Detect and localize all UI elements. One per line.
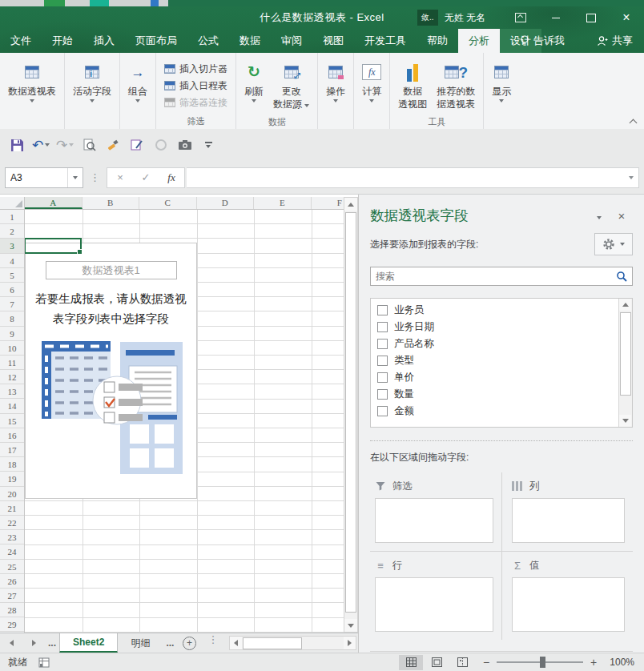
row-header[interactable]: 18 [0, 457, 24, 472]
field-item[interactable]: 数量 [371, 386, 618, 403]
cells-area[interactable]: 数据透视表1 若要生成报表，请从数据透视 表字段列表中选择字段 [25, 210, 344, 633]
row-header[interactable]: 14 [0, 399, 24, 413]
field-checkbox[interactable] [377, 356, 388, 366]
row-header[interactable]: 29 [0, 617, 24, 632]
row-header[interactable]: 2 [0, 224, 24, 239]
row-header[interactable]: 6 [0, 283, 24, 297]
ribbon-tab[interactable]: 开始 [42, 29, 83, 53]
minimize-button[interactable] [538, 6, 574, 29]
account-badge[interactable]: 敛.. [417, 10, 438, 26]
field-checkbox[interactable] [377, 372, 388, 383]
field-checkbox[interactable] [377, 322, 388, 332]
share-button[interactable]: 共享 [597, 34, 633, 48]
format-painter-button[interactable] [103, 135, 123, 155]
name-box-input[interactable] [6, 172, 67, 183]
row-header[interactable]: 9 [0, 327, 24, 341]
pane-options-button[interactable] [588, 208, 610, 223]
row-header[interactable]: 13 [0, 384, 24, 399]
row-header[interactable]: 7 [0, 297, 24, 311]
change-data-source-button[interactable]: ⤢ 更改 数据源 [268, 56, 314, 116]
insert-slicer-button[interactable]: 插入切片器 [164, 62, 227, 77]
page-layout-view-button[interactable] [425, 655, 449, 670]
filters-area[interactable]: 筛选 [370, 472, 501, 551]
undo-button[interactable]: ↶ [30, 135, 51, 155]
user-name[interactable]: 无姓 无名 [445, 11, 485, 25]
ribbon-tab[interactable]: 公式 [187, 29, 229, 53]
rows-drop-zone[interactable] [375, 577, 493, 632]
ribbon-display-options-button[interactable] [503, 6, 538, 29]
prev-sheet-button[interactable] [0, 633, 22, 653]
calculations-button[interactable]: fx 计算 [357, 56, 386, 116]
row-header[interactable]: 27 [0, 589, 24, 603]
sheet-ellipsis[interactable]: ... [45, 633, 59, 653]
column-header[interactable]: F [312, 197, 344, 209]
sheet-tab-mingxi[interactable]: 明细 [118, 633, 163, 653]
row-header[interactable]: 22 [0, 516, 24, 530]
values-area[interactable]: Σ 值 [501, 551, 633, 640]
row-header[interactable]: 1 [0, 210, 24, 224]
row-header[interactable]: 12 [0, 370, 24, 384]
fill-handle[interactable] [77, 249, 83, 255]
row-header[interactable]: 21 [0, 501, 24, 516]
values-drop-zone[interactable] [512, 577, 625, 632]
field-checkbox[interactable] [377, 406, 388, 416]
insert-function-button[interactable]: fx [159, 171, 184, 184]
ribbon-tab[interactable]: 审阅 [271, 29, 312, 53]
refresh-button[interactable]: ↻ 刷新 [239, 56, 268, 116]
pane-close-button[interactable]: × [610, 209, 633, 223]
row-header[interactable]: 23 [0, 530, 24, 544]
field-item[interactable]: 金额 [371, 403, 618, 420]
field-item[interactable]: 业务员 [371, 302, 618, 319]
pivottable-options-button[interactable]: 数据透视表 [3, 56, 61, 116]
ribbon-tab[interactable]: 数据 [229, 29, 271, 53]
normal-view-button[interactable] [399, 655, 423, 670]
circle-tool-button[interactable] [151, 135, 171, 155]
vertical-scroll-thumb[interactable] [345, 212, 356, 613]
scroll-up-button[interactable] [619, 299, 631, 311]
insert-timeline-button[interactable]: 插入日程表 [164, 78, 227, 94]
ribbon-tab[interactable]: 分析 [458, 29, 500, 53]
column-header[interactable]: A [25, 197, 83, 209]
pivotchart-button[interactable]: 数据 透视图 [393, 56, 432, 116]
expand-formula-bar-button[interactable] [629, 176, 634, 179]
page-break-view-button[interactable] [450, 655, 474, 670]
recommended-pivottables-button[interactable]: ? 推荐的数 据透视表 [432, 56, 480, 116]
save-button[interactable] [6, 135, 27, 155]
formula-input[interactable] [187, 167, 639, 188]
zoom-slider-thumb[interactable] [540, 657, 545, 668]
select-all-corner[interactable] [0, 197, 25, 210]
field-list-scrollbar[interactable] [618, 299, 632, 427]
scroll-down-button[interactable] [619, 415, 631, 427]
field-list-scroll-thumb[interactable] [620, 312, 631, 396]
active-field-button[interactable]: i 活动字段 [68, 56, 116, 116]
field-list-tools-button[interactable] [594, 233, 633, 255]
actions-button[interactable]: 操作 [321, 56, 350, 116]
customize-qat-button[interactable] [199, 135, 219, 155]
print-preview-button[interactable] [78, 135, 99, 155]
macro-record-icon[interactable] [38, 657, 50, 668]
active-cell-selection[interactable] [25, 238, 82, 253]
row-header[interactable]: 24 [0, 544, 24, 559]
scroll-right-button[interactable] [344, 637, 356, 649]
zoom-out-button[interactable]: − [482, 656, 490, 669]
scroll-down-button[interactable] [344, 619, 357, 632]
row-header[interactable]: 26 [0, 574, 24, 589]
row-header[interactable]: 19 [0, 472, 24, 486]
cancel-entry-button[interactable]: × [107, 171, 133, 183]
tell-me-button[interactable]: 告诉我 [520, 34, 565, 48]
row-header[interactable]: 8 [0, 311, 24, 326]
row-header[interactable]: 11 [0, 356, 24, 370]
rows-area[interactable]: ≡ 行 [370, 551, 501, 640]
close-button[interactable]: × [609, 6, 644, 29]
row-header[interactable]: 16 [0, 428, 24, 443]
row-header[interactable]: 28 [0, 603, 24, 617]
field-item[interactable]: 类型 [371, 352, 618, 369]
column-header[interactable]: E [254, 197, 312, 209]
sheet-tab-sheet2[interactable]: Sheet2 [59, 633, 118, 653]
ribbon-tab[interactable]: 开发工具 [354, 29, 417, 53]
scroll-left-button[interactable] [230, 637, 242, 649]
row-header[interactable]: 17 [0, 443, 24, 457]
column-header[interactable]: C [139, 197, 197, 209]
name-box-dropdown[interactable] [67, 168, 83, 187]
row-header[interactable]: 20 [0, 487, 24, 501]
